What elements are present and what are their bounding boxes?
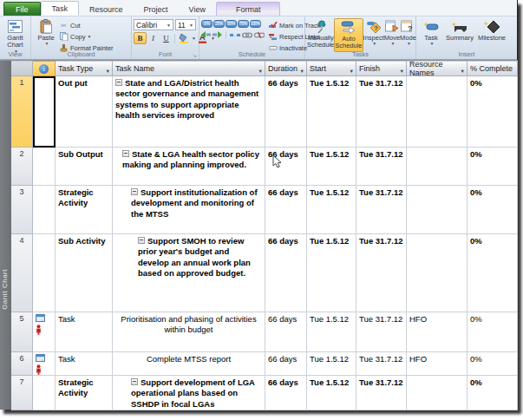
start-cell[interactable]: Tue 1.5.12: [307, 234, 356, 312]
task-type-cell[interactable]: Out put: [56, 76, 113, 148]
tab-project[interactable]: Project: [134, 3, 179, 16]
insert-milestone-button[interactable]: ✦ Milestone: [475, 18, 508, 43]
manually-schedule-button[interactable]: Manually Schedule: [307, 18, 334, 50]
split-task-icon[interactable]: ∙∙: [230, 31, 240, 39]
unlink-tasks-icon[interactable]: [254, 31, 265, 39]
collapse-toggle-icon[interactable]: −: [115, 79, 122, 86]
finish-cell[interactable]: Tue 31.7.12: [356, 186, 407, 234]
column-header-start[interactable]: Start▼: [307, 61, 356, 76]
filter-chevron-icon[interactable]: ▼: [300, 69, 304, 74]
duration-cell[interactable]: 66 days: [265, 376, 307, 410]
pct-cell[interactable]: 0%: [467, 76, 518, 148]
pct-cell[interactable]: 0%: [467, 312, 518, 352]
task-type-cell[interactable]: Sub Activity: [56, 234, 113, 312]
start-cell[interactable]: Tue 1.5.12: [307, 352, 356, 376]
tab-view[interactable]: View: [179, 3, 216, 16]
task-type-cell[interactable]: Sub Output: [56, 148, 113, 186]
paste-button[interactable]: Paste ▼: [33, 18, 59, 48]
column-header-task-type[interactable]: Task Type▼: [56, 61, 113, 76]
resource-cell[interactable]: [407, 234, 467, 312]
auto-schedule-button[interactable]: Auto Schedule: [334, 18, 363, 52]
row-id-cell[interactable]: 6: [11, 352, 33, 376]
indicators-cell[interactable]: [33, 376, 56, 410]
column-header--complete[interactable]: % Complete: [467, 61, 518, 76]
row-id-cell[interactable]: 5: [11, 312, 33, 352]
select-all-corner[interactable]: [11, 61, 33, 76]
task-name-cell[interactable]: Complete MTSS report: [113, 352, 265, 376]
row-id-cell[interactable]: 3: [11, 186, 33, 234]
indicators-cell[interactable]: [33, 148, 56, 186]
font-name-combo[interactable]: Calibri ▼: [134, 19, 173, 30]
pct-0-button[interactable]: 0%: [201, 20, 212, 28]
collapse-toggle-icon[interactable]: −: [122, 150, 129, 157]
task-name-cell[interactable]: Prioritisation and phasing of activities…: [113, 312, 265, 352]
pct-100-button[interactable]: 100%: [250, 20, 261, 28]
font-dialog-launcher-icon[interactable]: ↘: [193, 52, 197, 58]
start-cell[interactable]: Tue 1.5.12: [307, 186, 356, 234]
insert-task-button[interactable]: ✦ Task ▼: [418, 18, 444, 48]
column-header-finish[interactable]: Finish▼: [356, 61, 407, 76]
finish-cell[interactable]: Tue 31.7.12: [356, 352, 407, 376]
pct-cell[interactable]: 0%: [467, 352, 518, 376]
column-header-resource-names[interactable]: Resource Names▼: [407, 61, 467, 76]
finish-cell[interactable]: Tue 31.7.12: [356, 148, 407, 186]
row-id-cell[interactable]: 2: [11, 148, 33, 186]
filter-chevron-icon[interactable]: ▼: [461, 69, 465, 74]
copy-button[interactable]: Copy ▼: [59, 31, 114, 42]
task-name-cell[interactable]: −Support development of LGA operational …: [113, 376, 265, 410]
pct-50-button[interactable]: 50%: [226, 20, 237, 28]
finish-cell[interactable]: Tue 31.7.12: [356, 76, 407, 148]
resource-cell[interactable]: HFO: [407, 312, 467, 352]
insert-summary-button[interactable]: ✦ Summary: [444, 18, 475, 43]
indicators-cell[interactable]: [33, 76, 56, 148]
indicators-cell[interactable]: [33, 312, 56, 352]
indicators-cell[interactable]: [33, 186, 56, 234]
indent-task-icon[interactable]: [212, 31, 222, 39]
start-cell[interactable]: Tue 1.5.12: [307, 76, 356, 148]
finish-cell[interactable]: Tue 31.7.12: [356, 234, 407, 312]
duration-cell[interactable]: 66 days: [265, 352, 307, 376]
tab-resource[interactable]: Resource: [79, 3, 134, 16]
start-cell[interactable]: Tue 1.5.12: [307, 376, 356, 410]
filter-chevron-icon[interactable]: ▼: [350, 69, 354, 74]
indicators-cell[interactable]: [33, 234, 56, 312]
resource-cell[interactable]: [407, 186, 467, 234]
indicators-column-header[interactable]: i: [33, 61, 56, 76]
collapse-toggle-icon[interactable]: −: [131, 188, 138, 195]
pct-cell[interactable]: 0%: [467, 234, 518, 312]
start-cell[interactable]: Tue 1.5.12: [307, 148, 356, 186]
finish-cell[interactable]: Tue 31.7.12: [356, 312, 407, 352]
resource-cell[interactable]: [407, 376, 467, 410]
duration-cell[interactable]: 66 days: [265, 234, 307, 312]
resource-cell[interactable]: HFO: [407, 352, 467, 376]
tab-task[interactable]: Task: [41, 1, 80, 16]
outdent-task-icon[interactable]: [201, 31, 211, 39]
task-name-cell[interactable]: −State & LGA health sector policy making…: [113, 148, 265, 186]
tab-file[interactable]: File: [3, 2, 41, 16]
column-header-task-name[interactable]: Task Name▼: [113, 61, 265, 76]
indicators-cell[interactable]: [33, 352, 56, 376]
filter-chevron-icon[interactable]: ▼: [400, 69, 404, 74]
row-id-cell[interactable]: 1: [11, 76, 33, 148]
finish-cell[interactable]: Tue 31.7.12: [356, 376, 407, 410]
cut-button[interactable]: ✂ Cut: [59, 20, 114, 30]
pct-cell[interactable]: 0%: [467, 376, 518, 410]
task-name-cell[interactable]: −Support institutionalization of develop…: [113, 186, 265, 234]
pct-cell[interactable]: 0%: [467, 148, 518, 186]
inspect-button[interactable]: ? Inspect ▼: [363, 18, 384, 48]
duration-cell[interactable]: 66 days: [265, 186, 307, 234]
collapse-toggle-icon[interactable]: −: [138, 237, 145, 244]
pct-75-button[interactable]: 75%: [238, 20, 249, 28]
task-type-cell[interactable]: Task: [56, 352, 113, 376]
link-tasks-icon[interactable]: [242, 31, 252, 39]
task-type-cell[interactable]: Strategic Activity: [56, 376, 113, 410]
italic-button[interactable]: I: [147, 32, 160, 44]
move-button[interactable]: Move ▼: [384, 18, 400, 48]
row-id-cell[interactable]: 4: [11, 234, 33, 312]
collapse-toggle-icon[interactable]: −: [131, 378, 138, 385]
task-name-cell[interactable]: −State and LGA/District health sector go…: [113, 76, 265, 148]
resource-cell[interactable]: [407, 76, 467, 148]
background-color-button[interactable]: [177, 32, 190, 44]
column-header-duration[interactable]: Duration▼: [265, 61, 307, 76]
mode-button[interactable]: ? Mode ▼: [400, 18, 416, 48]
